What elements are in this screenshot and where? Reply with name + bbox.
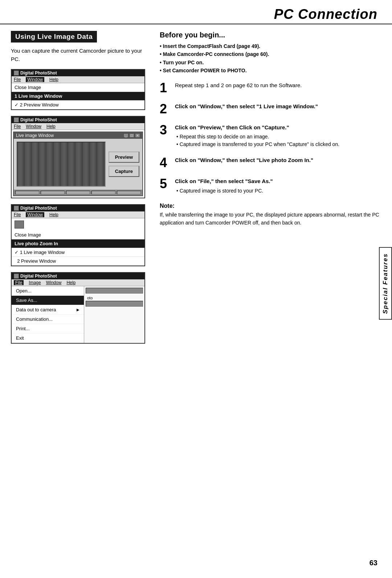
file-item-print[interactable]: Print... — [12, 324, 84, 334]
footer-seg-4 — [91, 191, 115, 194]
step-3-content: Click on "Preview," then Click on "Captu… — [175, 124, 381, 149]
file-item-comm[interactable]: Communication... — [12, 315, 84, 324]
window3-titlebar: Digital PhotoShot — [12, 205, 144, 211]
file-item-saveas[interactable]: Save As... — [12, 296, 84, 305]
main-content: Using Live Image Data You can capture th… — [0, 24, 392, 357]
step-2-title: Click on "Window," then select "1 Live i… — [175, 102, 381, 111]
window4-icon — [14, 274, 19, 279]
note-section: Note: If, while transferring the image t… — [160, 203, 381, 227]
file-dropdown: Open... Save As... Data out to camera ▶ … — [12, 286, 84, 343]
footer-seg-2 — [41, 191, 65, 194]
step-3-bullets: Repeat this step to decide on an image. … — [175, 133, 381, 148]
file-item-dataout[interactable]: Data out to camera ▶ — [12, 305, 84, 315]
step-3-number: 3 — [160, 124, 171, 137]
window1-item-preview[interactable]: 2 Preview Window — [12, 101, 144, 109]
step-1-number: 1 — [160, 81, 171, 94]
section-heading: Using Live Image Data — [11, 31, 97, 43]
before-begin-list: Insert the CompactFlash Card (page 49). … — [160, 42, 381, 75]
file-item-open[interactable]: Open... — [12, 286, 84, 296]
before-item-4: Set Camcorder POWER to PHOTO. — [160, 66, 381, 74]
menu-window-4[interactable]: Window — [46, 280, 62, 285]
window3-title: Digital PhotoShot — [20, 206, 57, 211]
menu-file-1[interactable]: File — [14, 77, 21, 82]
window1-titlebar: Digital PhotoShot — [12, 70, 144, 76]
menu-image-4[interactable]: Image — [29, 280, 41, 285]
window2-footer — [14, 190, 142, 195]
menu-window-1[interactable]: Window — [26, 77, 44, 82]
step-2-content: Click on "Window," then select "1 Live i… — [175, 102, 381, 112]
footer-seg-3 — [66, 191, 90, 194]
step-3-bullet-2: Captured image is transferred to your PC… — [176, 141, 381, 148]
window1-icon — [14, 70, 19, 76]
submenu-item-1 — [86, 288, 143, 294]
menu-window-3[interactable]: Window — [26, 212, 44, 217]
step-5: 5 Click on "File," then select "Save As.… — [160, 177, 381, 195]
window2-body: Preview Capture — [14, 139, 142, 190]
special-features-tab[interactable]: Special Features — [379, 247, 392, 320]
step-3: 3 Click on "Preview," then Click on "Cap… — [160, 124, 381, 149]
window3-icon-row — [12, 218, 144, 231]
file-item-dataout-label: Data out to camera — [16, 307, 56, 312]
menu-window-2[interactable]: Window — [26, 124, 41, 129]
menu-help-1[interactable]: Help — [49, 77, 58, 82]
window3-menubar: File Window Help — [12, 211, 144, 218]
note-text: If, while transferring the image to your… — [160, 211, 381, 227]
win-controls: _ □ × — [123, 133, 140, 138]
capture-button[interactable]: Capture — [109, 166, 139, 177]
window3-icon — [14, 206, 19, 211]
window3-item-close[interactable]: Close Image — [12, 231, 144, 239]
menu-file-4[interactable]: File — [14, 280, 24, 285]
submenu-label: oto — [86, 295, 143, 301]
window1-item-close[interactable]: Close Image — [12, 83, 144, 92]
step-5-title: Click on "File," then select "Save As." — [175, 177, 381, 186]
intro-text: You can capture the current Camcorder pi… — [11, 47, 145, 63]
step-5-bullet-1: Captured image is stored to your PC. — [176, 187, 381, 195]
window2: Digital PhotoShot File Window Help Live … — [11, 116, 145, 198]
step-1: 1 Repeat step 1 and 2 on page 62 to run … — [160, 81, 381, 94]
page-title: PC Connection — [0, 0, 392, 24]
window3: Digital PhotoShot File Window Help Close… — [11, 204, 145, 266]
window2-inner-title: Live image Window — [16, 133, 54, 138]
window4-menubar: File Image Window Help — [12, 279, 144, 286]
step-4: 4 Click on "Window," then select "Live p… — [160, 156, 381, 169]
window3-item-live[interactable]: 1 Live image Window — [12, 248, 144, 257]
footer-seg-5 — [117, 191, 141, 194]
window3-item-zoom[interactable]: Live photo Zoom In — [12, 239, 144, 248]
win-minimize[interactable]: _ — [123, 133, 128, 138]
window2-inner: Live image Window _ □ × Preview Capture — [13, 132, 143, 196]
before-item-1: Insert the CompactFlash Card (page 49). — [160, 42, 381, 50]
before-item-2: Make Camcorder-PC connections (page 60). — [160, 50, 381, 58]
window4-titlebar: Digital PhotoShot — [12, 273, 144, 279]
window1: Digital PhotoShot File Window Help Close… — [11, 69, 145, 110]
page-number: 63 — [369, 559, 377, 567]
window3-item-preview[interactable]: 2 Preview Window — [12, 257, 144, 266]
preview-button[interactable]: Preview — [109, 151, 139, 163]
window1-body: Close Image 1 Live image Window 2 Previe… — [12, 83, 144, 109]
step-1-title: Repeat step 1 and 2 on page 62 to run th… — [175, 81, 381, 90]
before-item-3: Turn your PC on. — [160, 58, 381, 66]
menu-file-3[interactable]: File — [14, 212, 21, 217]
window2-icon — [14, 117, 19, 122]
before-begin-section: Before you begin... Insert the CompactFl… — [160, 31, 381, 75]
note-title: Note: — [160, 203, 381, 209]
window4-title: Digital PhotoShot — [20, 274, 57, 279]
step-5-bullets: Captured image is stored to your PC. — [175, 187, 381, 195]
window1-item-live[interactable]: 1 Live image Window — [12, 92, 144, 101]
right-column: Before you begin... Insert the CompactFl… — [152, 24, 392, 357]
win-close[interactable]: × — [135, 133, 140, 138]
step-5-number: 5 — [160, 177, 171, 190]
win-maximize[interactable]: □ — [129, 133, 134, 138]
menu-help-2[interactable]: Help — [46, 124, 56, 129]
menu-file-2[interactable]: File — [14, 124, 21, 129]
step-4-content: Click on "Window," then select "Live pho… — [175, 156, 381, 166]
step-3-title: Click on "Preview," then Click on "Captu… — [175, 124, 381, 132]
file-item-exit[interactable]: Exit — [12, 334, 84, 343]
step-2: 2 Click on "Window," then select "1 Live… — [160, 102, 381, 116]
step-1-content: Repeat step 1 and 2 on page 62 to run th… — [175, 81, 381, 91]
menu-help-4[interactable]: Help — [66, 280, 75, 285]
before-begin-heading: Before you begin... — [160, 31, 381, 39]
camera-noise — [17, 142, 105, 186]
camera-preview — [17, 142, 106, 187]
menu-help-3[interactable]: Help — [49, 212, 58, 217]
step-4-number: 4 — [160, 156, 171, 169]
